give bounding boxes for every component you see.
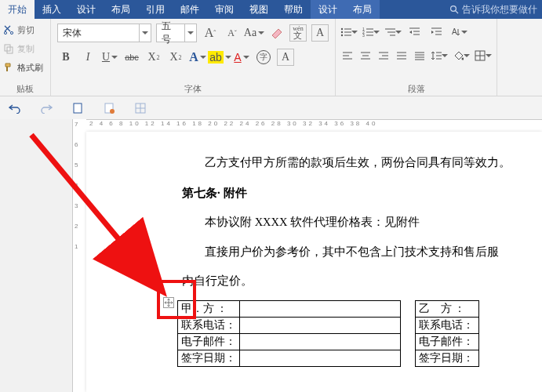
underline-button[interactable]: U xyxy=(101,49,118,66)
table-row: 电子邮件： xyxy=(178,333,401,350)
align-distributed-icon xyxy=(414,51,425,60)
redo-icon xyxy=(40,103,53,114)
redo-button[interactable] xyxy=(39,101,53,115)
italic-button[interactable]: I xyxy=(79,49,96,66)
tab-design[interactable]: 设计 xyxy=(69,0,104,19)
tab-insert[interactable]: 插入 xyxy=(35,0,69,19)
multilevel-list-button[interactable] xyxy=(384,24,402,41)
bucket-icon xyxy=(453,50,464,61)
page-icon xyxy=(72,103,83,114)
move-icon xyxy=(165,299,173,307)
tab-layout[interactable]: 布局 xyxy=(104,0,138,19)
tell-me-search[interactable]: 告诉我你想要做什 xyxy=(445,0,542,19)
svg-point-3 xyxy=(10,31,13,34)
signature-table-right[interactable]: 乙 方 ： 联系电话： 电子邮件： 签字日期： xyxy=(415,300,479,367)
qat-button-2[interactable] xyxy=(102,101,116,115)
body-text: 乙方支付甲方所需的款项后生效，两份合同具有同等效力。 xyxy=(182,152,542,174)
character-shading-button[interactable]: A xyxy=(277,49,294,66)
increase-indent-button[interactable] xyxy=(428,24,446,41)
tab-home[interactable]: 开始 xyxy=(0,0,35,19)
tab-view[interactable]: 视图 xyxy=(242,0,276,19)
svg-point-8 xyxy=(341,31,343,33)
text-direction-icon: A xyxy=(450,27,461,38)
bullets-button[interactable] xyxy=(340,24,358,41)
tab-table-design[interactable]: 设计 xyxy=(311,0,345,19)
align-left-icon xyxy=(342,51,353,60)
font-color-button[interactable]: A xyxy=(233,49,250,66)
page-icon xyxy=(104,103,115,114)
tab-mailings[interactable]: 邮件 xyxy=(173,0,207,19)
eraser-icon xyxy=(269,26,283,40)
ribbon: 剪切 复制 格式刷 贴板 宋体 五 xyxy=(0,19,542,96)
shrink-font-button[interactable]: Aˇ xyxy=(224,24,241,42)
tab-help[interactable]: 帮助 xyxy=(276,0,311,19)
body-text: 本协议附 XXXX 软件代理价格表：见附件 xyxy=(182,212,542,234)
svg-point-47 xyxy=(462,58,464,60)
borders-button[interactable] xyxy=(475,47,492,64)
align-justify-button[interactable] xyxy=(395,47,408,64)
align-right-button[interactable] xyxy=(376,47,390,64)
svg-text:A: A xyxy=(452,27,457,36)
svg-rect-51 xyxy=(74,103,82,113)
align-left-button[interactable] xyxy=(340,47,354,64)
indent-icon xyxy=(431,27,443,38)
cut-button[interactable]: 剪切 xyxy=(3,22,43,38)
heading-7: 第七条· 附件 xyxy=(182,182,542,205)
clear-formatting-button[interactable] xyxy=(267,24,285,42)
line-spacing-icon xyxy=(431,50,442,61)
document-page[interactable]: 乙方支付甲方所需的款项后生效，两份合同具有同等效力。 第七条· 附件 本协议附 … xyxy=(86,132,542,392)
bold-button[interactable]: B xyxy=(57,49,75,66)
copy-icon xyxy=(3,43,14,54)
chevron-down-icon[interactable] xyxy=(184,24,196,42)
align-justify-icon xyxy=(396,51,407,60)
table-move-handle[interactable] xyxy=(163,297,174,308)
align-center-button[interactable] xyxy=(358,47,372,64)
shading-button[interactable] xyxy=(453,47,470,64)
signature-table-left[interactable]: 甲．方 ： 联系电话： 电子邮件： 签字日期： xyxy=(177,300,401,367)
group-clipboard: 剪切 复制 格式刷 贴板 xyxy=(0,19,51,96)
subscript-button[interactable]: X2 xyxy=(145,49,162,66)
group-paragraph: 123 A 段落 xyxy=(336,19,497,96)
strikethrough-button[interactable]: abc xyxy=(123,49,140,66)
document-area: 7 6 5 4 3 2 1 2 4 6 8 10 12 14 16 18 20 … xyxy=(0,119,542,392)
multilevel-icon xyxy=(384,27,395,38)
text-effects-button[interactable]: A xyxy=(189,49,206,66)
table-row: 联系电话： xyxy=(178,317,401,333)
tab-review[interactable]: 审阅 xyxy=(207,0,242,19)
table-row: 签字日期： xyxy=(416,350,479,366)
brush-icon xyxy=(3,62,14,73)
table-row: 乙 方 ： xyxy=(416,300,479,317)
enclose-characters-button[interactable]: 字 xyxy=(255,49,272,66)
numbering-button[interactable]: 123 xyxy=(362,24,380,41)
line-spacing-button[interactable] xyxy=(431,47,448,64)
tab-table-layout[interactable]: 布局 xyxy=(345,0,380,19)
qat-button-3[interactable] xyxy=(133,101,147,115)
qat-button-1[interactable] xyxy=(71,101,85,115)
undo-button[interactable] xyxy=(8,101,22,115)
table-row: 甲．方 ： xyxy=(178,300,401,317)
change-case-button[interactable]: Aa xyxy=(246,24,263,42)
svg-point-10 xyxy=(341,34,343,36)
font-size-combo[interactable]: 五号 xyxy=(156,24,197,42)
highlight-button[interactable]: ab xyxy=(211,49,228,66)
superscript-button[interactable]: X2 xyxy=(167,49,184,66)
chevron-down-icon[interactable] xyxy=(139,24,151,42)
outdent-icon xyxy=(409,27,421,38)
svg-line-1 xyxy=(456,11,458,13)
format-painter-button[interactable]: 格式刷 xyxy=(3,60,43,75)
tab-references[interactable]: 引用 xyxy=(138,0,173,19)
font-name-combo[interactable]: 宋体 xyxy=(57,24,151,42)
copy-button[interactable]: 复制 xyxy=(3,41,43,56)
vertical-ruler[interactable]: 7 6 5 4 3 2 1 xyxy=(72,119,88,392)
grow-font-button[interactable]: Aˆ xyxy=(202,24,219,42)
svg-point-2 xyxy=(4,31,6,34)
phonetic-guide-button[interactable]: wén文 xyxy=(289,24,307,42)
align-distributed-button[interactable] xyxy=(413,47,426,64)
table-row: 电子邮件： xyxy=(416,333,479,350)
svg-text:3: 3 xyxy=(362,33,365,38)
group-font: 宋体 五号 Aˆ Aˇ Aa wén文 A B I U xyxy=(51,19,336,96)
tell-me-placeholder: 告诉我你想要做什 xyxy=(462,3,537,16)
character-border-button[interactable]: A xyxy=(311,24,329,42)
text-direction-button[interactable]: A xyxy=(450,24,467,41)
decrease-indent-button[interactable] xyxy=(406,24,424,41)
